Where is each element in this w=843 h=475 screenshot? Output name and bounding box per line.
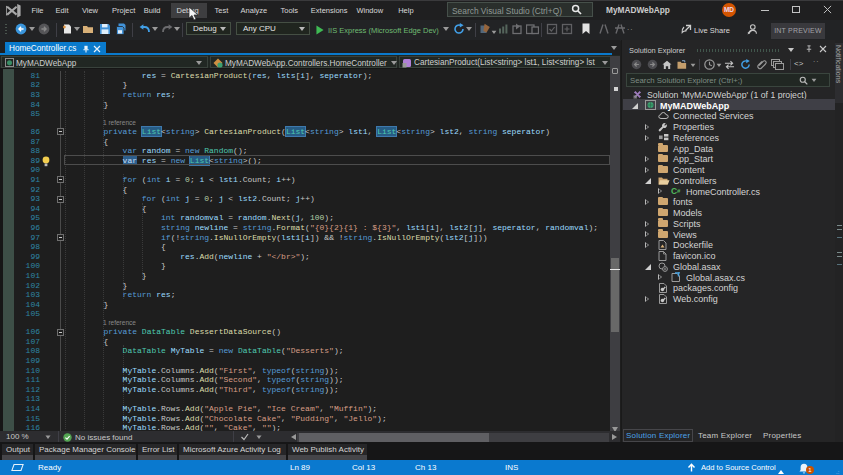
svg-text:#: # xyxy=(677,188,681,194)
